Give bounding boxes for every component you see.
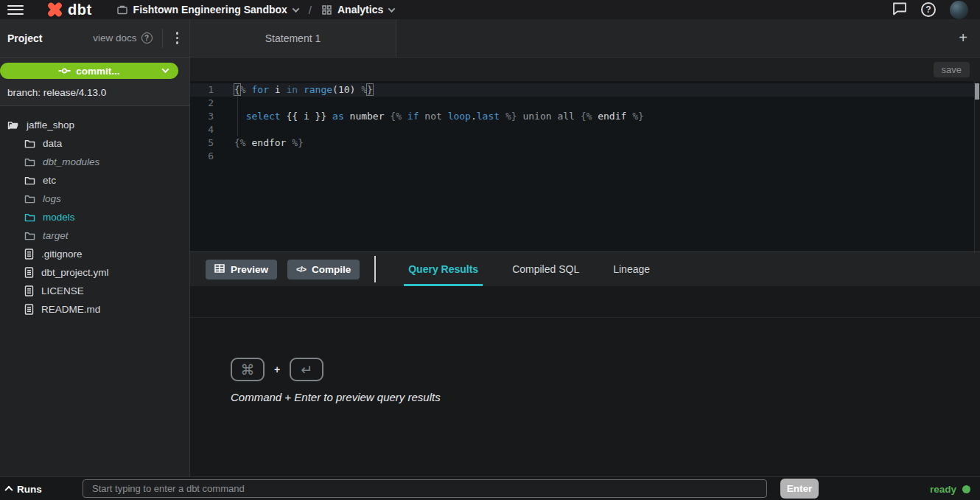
code-line-1[interactable]: 1{% for i in range(10) %}	[190, 83, 980, 97]
project-selector-label: Fishtown Engineering Sandbox	[133, 4, 287, 15]
tree-item-label: etc	[43, 175, 56, 186]
tree-item-gitignore[interactable]: .gitignore	[0, 245, 189, 263]
tree-item-models[interactable]: models	[0, 208, 189, 226]
code-line-2[interactable]: 2	[190, 97, 980, 110]
runs-label: Runs	[17, 484, 42, 495]
folder-open-icon	[7, 120, 19, 130]
line-number: 6	[190, 150, 223, 163]
line-number: 1	[190, 83, 223, 97]
line-content: select {{ i }} as number {% if not loop.…	[223, 110, 644, 123]
plus-sign: +	[274, 364, 280, 375]
code-line-6[interactable]: 6	[190, 150, 980, 163]
dbt-command-input[interactable]	[83, 479, 767, 498]
tree-item-etc[interactable]: etc	[0, 171, 189, 190]
divider	[162, 29, 163, 48]
tree-item-dbt-project-yml[interactable]: dbt_project.yml	[0, 263, 189, 282]
dbt-logo-icon	[46, 1, 64, 19]
project-selector[interactable]: Fishtown Engineering Sandbox	[117, 4, 298, 15]
tree-item-label: dbt_project.yml	[41, 267, 109, 278]
panel-tab-compiled-sql[interactable]: Compiled SQL	[508, 252, 584, 286]
file-icon	[24, 285, 34, 296]
breadcrumb-separator: /	[309, 4, 312, 16]
sidebar-top-section: Project view docs ? commit... branch: re…	[0, 19, 189, 106]
new-tab-button[interactable]: +	[951, 19, 976, 57]
tree-item-readme-md[interactable]: README.md	[0, 300, 189, 319]
code-editor[interactable]: 1{% for i in range(10) %}23 select {{ i …	[190, 81, 980, 251]
command-key-icon: ⌘	[231, 358, 265, 381]
panel-tabs: Query ResultsCompiled SQLLineage	[404, 252, 679, 286]
tree-item-label: logs	[43, 193, 61, 204]
folder-icon	[24, 176, 35, 185]
runs-toggle[interactable]: Runs	[6, 477, 42, 500]
code-brackets-icon: </>	[296, 265, 306, 274]
tree-item-jaffle-shop[interactable]: jaffle_shop	[0, 116, 189, 134]
avatar[interactable]	[950, 1, 968, 19]
compile-button[interactable]: </> Compile	[287, 260, 360, 279]
code-lines: 1{% for i in range(10) %}23 select {{ i …	[190, 83, 980, 163]
tree-item-label: target	[43, 230, 69, 241]
enter-button[interactable]: Enter	[780, 479, 819, 499]
panel-tab-lineage[interactable]: Lineage	[609, 252, 654, 286]
folder-icon	[24, 139, 35, 148]
tree-item-license[interactable]: LICENSE	[0, 282, 189, 300]
tab-statement-1[interactable]: Statement 1	[190, 19, 396, 57]
panel-tab-query-results[interactable]: Query Results	[404, 252, 483, 286]
workspace-selector-label: Analytics	[337, 4, 383, 15]
view-docs-button[interactable]: view docs ?	[93, 32, 152, 44]
commit-button-label: commit...	[76, 66, 119, 77]
file-tree: jaffle_shopdatadbt_modulesetclogsmodelst…	[0, 106, 189, 319]
divider	[374, 256, 376, 282]
chevron-up-icon	[4, 486, 13, 494]
tree-item-dbt-modules[interactable]: dbt_modules	[0, 153, 189, 171]
tree-item-label: data	[43, 138, 62, 149]
branch-label: branch: release/4.13.0	[0, 84, 189, 105]
code-line-5[interactable]: 5{% endfor %}	[190, 136, 980, 150]
tree-item-data[interactable]: data	[0, 134, 189, 153]
save-button[interactable]: save	[934, 62, 970, 77]
commit-button[interactable]: commit...	[0, 63, 178, 79]
question-circle-icon: ?	[141, 32, 153, 44]
shortcut-hint-text: Command + Enter to preview query results	[231, 391, 441, 403]
tree-item-logs[interactable]: logs	[0, 190, 189, 208]
line-number: 5	[190, 136, 223, 150]
tree-item-label: dbt_modules	[43, 156, 99, 167]
briefcase-icon	[117, 4, 127, 15]
line-number: 4	[190, 123, 223, 136]
status-indicator: ready	[930, 477, 970, 500]
editor-tab-bar: Statement 1 +	[190, 19, 980, 58]
scrollbar-thumb[interactable]	[975, 83, 979, 100]
tab-label: Statement 1	[265, 32, 321, 44]
tree-item-target[interactable]: target	[0, 226, 189, 245]
chevron-down-icon	[388, 5, 396, 13]
main-area: Statement 1 + save 1{% for i in range(10…	[190, 19, 980, 476]
line-content: {% endfor %}	[223, 136, 304, 150]
tree-item-label: models	[43, 212, 75, 223]
status-label: ready	[930, 484, 956, 495]
folder-icon	[24, 157, 35, 167]
preview-button[interactable]: Preview	[206, 260, 277, 279]
folder-icon	[24, 231, 35, 240]
editor-scrollbar[interactable]	[974, 81, 980, 251]
chat-icon[interactable]	[892, 1, 907, 18]
file-icon	[24, 249, 34, 260]
view-docs-label: view docs	[93, 32, 136, 44]
indent-guide	[237, 97, 238, 136]
code-line-4[interactable]: 4	[190, 123, 980, 136]
chevron-down-icon[interactable]	[162, 66, 169, 73]
top-bar: dbt Fishtown Engineering Sandbox / Analy…	[0, 0, 980, 19]
dbt-logo[interactable]: dbt	[46, 1, 92, 19]
query-results-panel: ⌘ + ↵ Command + Enter to preview query r…	[190, 286, 980, 476]
preview-button-label: Preview	[231, 264, 268, 275]
hamburger-icon[interactable]	[7, 5, 24, 15]
dbt-logo-text: dbt	[68, 1, 92, 18]
chevron-down-icon	[292, 5, 299, 13]
tree-item-label: jaffle_shop	[27, 119, 74, 131]
kebab-menu-icon[interactable]	[172, 29, 183, 46]
command-bar: Runs Enter ready	[0, 476, 980, 500]
divider	[190, 317, 980, 318]
code-line-3[interactable]: 3 select {{ i }} as number {% if not loo…	[190, 110, 980, 123]
help-icon[interactable]: ?	[921, 2, 936, 17]
workspace-selector[interactable]: Analytics	[322, 4, 394, 15]
sidebar-header: Project view docs ?	[0, 19, 189, 58]
sidebar: Project view docs ? commit... branch: re…	[0, 19, 190, 476]
